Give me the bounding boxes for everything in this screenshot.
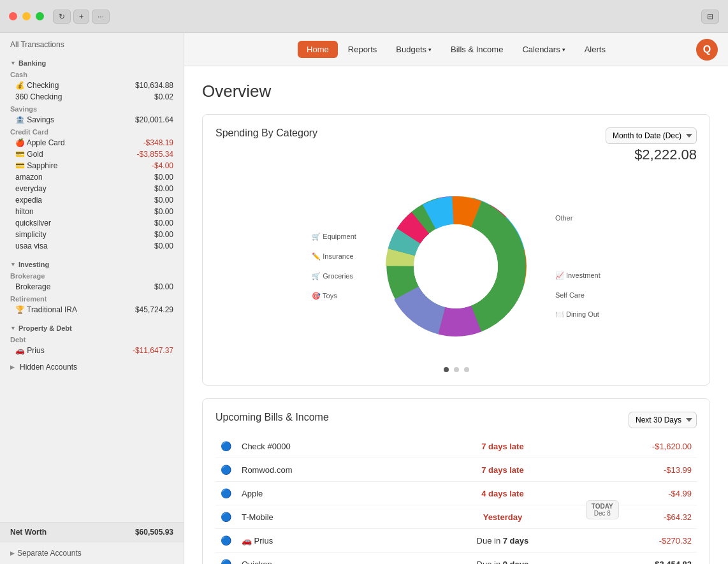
bill-status: 4 days late bbox=[481, 489, 524, 498]
maximize-button[interactable] bbox=[36, 12, 44, 20]
chart-labels-left: 🛒 Equipment ✏️ Insurance 🛒 Groceries 🎯 T… bbox=[312, 233, 356, 300]
chart-label-investment: 📈 Investment bbox=[555, 271, 601, 280]
chart-label-toys: 🎯 Toys bbox=[312, 292, 356, 300]
bill-name: Quicken bbox=[237, 553, 425, 565]
sidebar: All Transactions ▼ Banking Cash 💰 Checki… bbox=[0, 33, 184, 564]
nav-alerts-button[interactable]: Alerts bbox=[576, 41, 615, 58]
table-row[interactable]: 🔵 T-Mobile Yesterday TODAY Dec 8 -$64.32 bbox=[215, 505, 697, 529]
hilton-account[interactable]: hilton $0.00 bbox=[0, 206, 184, 217]
table-row[interactable]: 🔵 Apple 4 days late -$4.99 bbox=[215, 482, 697, 505]
bill-status: Yesterday bbox=[483, 512, 522, 522]
spending-title: Spending By Category bbox=[215, 127, 317, 139]
dot-3[interactable] bbox=[464, 367, 469, 372]
dot-1[interactable] bbox=[444, 367, 449, 372]
bill-name: T-Mobile bbox=[237, 505, 425, 529]
usaa-visa-account[interactable]: usaa visa $0.00 bbox=[0, 240, 184, 252]
bill-name: Apple bbox=[237, 482, 425, 505]
spending-filter-select[interactable]: Month to Date (Dec) bbox=[606, 127, 697, 144]
nav-calendars-button[interactable]: Calendars ▾ bbox=[513, 41, 574, 58]
nav-reports-button[interactable]: Reports bbox=[339, 41, 386, 58]
brokerage-account[interactable]: Brokerage $0.00 bbox=[0, 281, 184, 293]
table-row[interactable]: 🔵 Quicken Due in 9 days $3,454.82 bbox=[215, 553, 697, 565]
all-transactions-link[interactable]: All Transactions bbox=[0, 33, 184, 53]
amazon-account[interactable]: amazon $0.00 bbox=[0, 171, 184, 183]
more-button[interactable]: ··· bbox=[92, 10, 110, 24]
bills-card: Upcoming Bills & Income Next 30 Days 🔵 C… bbox=[202, 398, 710, 564]
investing-section: ▼ Investing Brokerage Brokerage $0.00 Re… bbox=[0, 254, 184, 318]
banking-section-title[interactable]: ▼ Banking bbox=[0, 55, 184, 68]
page-title: Overview bbox=[202, 82, 710, 101]
retirement-subtitle: Retirement bbox=[0, 293, 184, 304]
today-badge: TODAY Dec 8 bbox=[586, 500, 619, 519]
brokerage-subtitle: Brokerage bbox=[0, 270, 184, 281]
360-checking-account[interactable]: 360 Checking $0.02 bbox=[0, 91, 184, 103]
table-row[interactable]: 🔵 Check #0000 7 days late -$1,620.00 bbox=[215, 435, 697, 458]
donut-svg bbox=[367, 177, 545, 356]
debt-subtitle: Debt bbox=[0, 333, 184, 345]
chart-label-equipment: 🛒 Equipment bbox=[312, 233, 356, 241]
main-content: Overview Spending By Category Month to D… bbox=[184, 66, 728, 564]
bill-amount: -$13.99 bbox=[581, 458, 697, 482]
cash-subtitle: Cash bbox=[0, 68, 184, 80]
savings-account[interactable]: 🏦 Savings $20,001.64 bbox=[0, 114, 184, 126]
everyday-account[interactable]: everyday $0.00 bbox=[0, 183, 184, 194]
bill-amount: $3,454.82 bbox=[581, 553, 697, 565]
separate-accounts-item[interactable]: ▶ Separate Accounts bbox=[0, 542, 184, 564]
quicksilver-account[interactable]: quicksilver $0.00 bbox=[0, 217, 184, 229]
chart-label-diningout: 🍽️ Dining Out bbox=[555, 310, 601, 319]
add-button[interactable]: + bbox=[73, 10, 89, 24]
expedia-account[interactable]: expedia $0.00 bbox=[0, 194, 184, 206]
hidden-accounts-item[interactable]: ▶ Hidden Accounts bbox=[0, 361, 184, 373]
sidebar-toggle-button[interactable]: ⊟ bbox=[701, 10, 719, 24]
minimize-button[interactable] bbox=[22, 12, 31, 20]
apple-card-account[interactable]: 🍎 Apple Card -$348.19 bbox=[0, 137, 184, 148]
dot-2[interactable] bbox=[454, 367, 459, 372]
window-controls bbox=[9, 12, 44, 20]
nav-bills-income-button[interactable]: Bills & Income bbox=[442, 41, 512, 58]
spending-card: Spending By Category Month to Date (Dec)… bbox=[202, 114, 710, 386]
chart-label-other: Other bbox=[555, 214, 601, 222]
bill-status: Due in 9 days bbox=[477, 560, 529, 565]
checking-account[interactable]: 💰 Checking $10,634.88 bbox=[0, 80, 184, 91]
chevron-right-icon: ▶ bbox=[10, 550, 15, 556]
banking-section: ▼ Banking Cash 💰 Checking $10,634.88 360… bbox=[0, 53, 184, 254]
table-row[interactable]: 🔵 🚗 Prius Due in 7 days -$270.32 bbox=[215, 529, 697, 553]
chart-labels-right: Other 📈 Investment Self Care 🍽️ Dining O… bbox=[555, 214, 601, 319]
property-section-title[interactable]: ▼ Property & Debt bbox=[0, 321, 184, 333]
brand-logo: Q bbox=[696, 39, 718, 61]
bill-status: 7 days late bbox=[481, 442, 524, 451]
chart-label-insurance: ✏️ Insurance bbox=[312, 252, 356, 261]
prius-account[interactable]: 🚗 Prius -$11,647.37 bbox=[0, 345, 184, 356]
nav-budgets-button[interactable]: Budgets ▾ bbox=[387, 41, 440, 58]
chevron-right-icon: ▶ bbox=[10, 364, 15, 370]
bill-name: Romwod.com bbox=[237, 458, 425, 482]
net-worth-bar: Net Worth $60,505.93 bbox=[0, 522, 184, 542]
traditional-ira-account[interactable]: 🏆 Traditional IRA $45,724.29 bbox=[0, 304, 184, 315]
chevron-down-icon: ▼ bbox=[10, 60, 16, 66]
close-button[interactable] bbox=[9, 12, 17, 20]
bill-status: 7 days late bbox=[481, 465, 524, 475]
bill-name: 🚗 Prius bbox=[237, 529, 425, 553]
chart-dots bbox=[215, 367, 697, 372]
savings-subtitle: Savings bbox=[0, 103, 184, 114]
chart-label-groceries: 🛒 Groceries bbox=[312, 272, 356, 280]
credit-subtitle: Credit Card bbox=[0, 126, 184, 137]
simplicity-account[interactable]: simplicity $0.00 bbox=[0, 229, 184, 240]
nav-home-button[interactable]: Home bbox=[298, 41, 338, 58]
chevron-down-icon: ▼ bbox=[10, 325, 16, 331]
bills-title: Upcoming Bills & Income bbox=[215, 412, 329, 423]
bills-table: 🔵 Check #0000 7 days late -$1,620.00 🔵 R… bbox=[215, 435, 697, 564]
chevron-down-icon: ▾ bbox=[428, 47, 432, 53]
reload-button[interactable]: ↻ bbox=[53, 10, 71, 24]
table-row[interactable]: 🔵 Romwod.com 7 days late -$13.99 bbox=[215, 458, 697, 482]
bill-name: Check #0000 bbox=[237, 435, 425, 458]
spending-total: $2,222.08 bbox=[634, 147, 697, 163]
chevron-down-icon: ▾ bbox=[562, 47, 565, 53]
sapphire-account[interactable]: 💳 Sapphire -$4.00 bbox=[0, 160, 184, 171]
investing-section-title[interactable]: ▼ Investing bbox=[0, 257, 184, 270]
bill-amount: -$270.32 bbox=[581, 529, 697, 553]
property-section: ▼ Property & Debt Debt 🚗 Prius -$11,647.… bbox=[0, 318, 184, 359]
gold-account[interactable]: 💳 Gold -$3,855.34 bbox=[0, 148, 184, 160]
bill-amount: -$1,620.00 bbox=[581, 435, 697, 458]
bills-filter-select[interactable]: Next 30 Days bbox=[629, 412, 697, 428]
